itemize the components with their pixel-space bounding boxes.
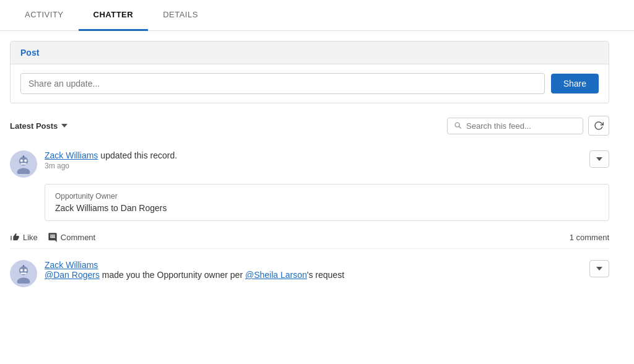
latest-posts-label: Latest Posts: [10, 121, 58, 131]
record-update-value: Zack Williams to Dan Rogers: [55, 203, 599, 213]
share-input[interactable]: [20, 73, 545, 94]
avatar-icon: [14, 154, 33, 174]
latest-posts-dropdown-icon: [61, 124, 67, 128]
tab-details[interactable]: DETAILS: [148, 0, 213, 31]
refresh-button[interactable]: [588, 116, 609, 136]
comment-icon: [48, 232, 58, 242]
feed-item-menu-button[interactable]: [589, 150, 609, 168]
svg-point-2: [20, 159, 23, 162]
feed-item-header: Zack Williams updated this record. 3m ag…: [10, 144, 609, 184]
post-tab-label[interactable]: Post: [20, 48, 39, 58]
comment-mention2[interactable]: @Sheila Larson: [245, 270, 307, 280]
post-card: Post Share: [10, 41, 609, 103]
svg-point-9: [17, 277, 30, 284]
svg-point-11: [24, 269, 27, 271]
share-button[interactable]: Share: [551, 74, 599, 93]
record-update-box: Opportunity Owner Zack Williams to Dan R…: [45, 184, 609, 221]
svg-point-3: [24, 159, 27, 162]
comment-button[interactable]: Comment: [48, 232, 95, 242]
svg-rect-12: [20, 272, 27, 274]
svg-point-1: [17, 168, 30, 174]
comment-body: Zack Williams @Dan Rogers made you the O…: [45, 260, 582, 280]
feed-right-controls: [447, 116, 609, 136]
svg-point-15: [23, 265, 24, 266]
tab-activity[interactable]: ACTIVITY: [10, 0, 79, 31]
svg-point-10: [20, 269, 23, 271]
post-card-header: Post: [11, 41, 609, 64]
like-label: Like: [23, 233, 38, 242]
comment-avatar: [10, 260, 37, 287]
svg-rect-4: [20, 163, 27, 164]
comment-text2: 's request: [307, 270, 344, 280]
feed-controls: Latest Posts: [10, 116, 609, 136]
comment-count: 1 comment: [570, 233, 609, 242]
action-bar: Like Comment 1 comment: [10, 227, 609, 249]
comment-author[interactable]: Zack Williams: [45, 260, 98, 270]
feed-item: Zack Williams updated this record. 3m ag…: [10, 144, 609, 292]
tab-bar: ACTIVITY CHATTER DETAILS: [0, 0, 634, 31]
comment-mention1[interactable]: @Dan Rogers: [45, 270, 100, 280]
tab-chatter[interactable]: CHATTER: [79, 0, 149, 31]
like-button[interactable]: Like: [10, 232, 38, 242]
feed-search-input[interactable]: [466, 121, 576, 131]
svg-point-7: [23, 155, 24, 157]
comment-menu-button[interactable]: [589, 260, 609, 277]
feed-author-line: Zack Williams updated this record.: [45, 150, 582, 160]
main-content: Post Share Latest Posts: [0, 31, 619, 302]
refresh-icon: [594, 121, 604, 131]
latest-posts-filter[interactable]: Latest Posts: [10, 121, 67, 131]
feed-item-meta: Zack Williams updated this record. 3m ag…: [45, 150, 582, 170]
like-icon: [10, 232, 20, 242]
comment-text1: made you the Opportunity owner per: [100, 270, 245, 280]
post-card-body: Share: [11, 64, 609, 103]
comment-menu-icon: [596, 267, 602, 271]
svg-rect-5: [22, 158, 25, 159]
record-update-label: Opportunity Owner: [55, 192, 599, 201]
search-icon: [454, 121, 462, 130]
comment-item: Zack Williams @Dan Rogers made you the O…: [10, 255, 609, 292]
comment-label: Comment: [61, 233, 95, 242]
avatar: [10, 150, 37, 178]
svg-rect-13: [22, 267, 25, 269]
comment-avatar-icon: [14, 264, 33, 284]
feed-search-box[interactable]: [447, 118, 583, 134]
action-bar-left: Like Comment: [10, 232, 95, 242]
feed-time: 3m ago: [45, 162, 582, 170]
feed-author-link[interactable]: Zack Williams: [45, 150, 98, 160]
feed-action-text: updated this record.: [100, 150, 177, 160]
feed-item-menu-icon: [596, 157, 602, 161]
